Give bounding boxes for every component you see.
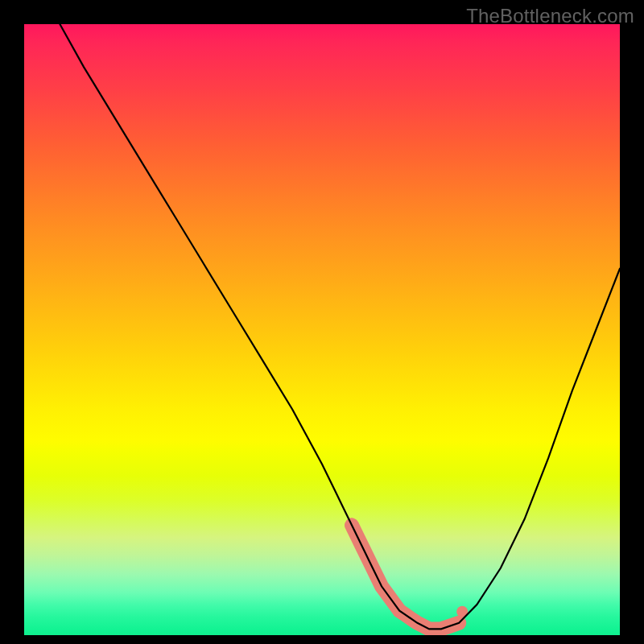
chart-overlay — [24, 24, 620, 635]
bottleneck-curve — [60, 24, 620, 629]
optimal-zone-band — [352, 525, 468, 629]
plot-area — [24, 24, 620, 635]
chart-frame: TheBottleneck.com — [0, 0, 644, 644]
watermark-text: TheBottleneck.com — [466, 5, 634, 27]
